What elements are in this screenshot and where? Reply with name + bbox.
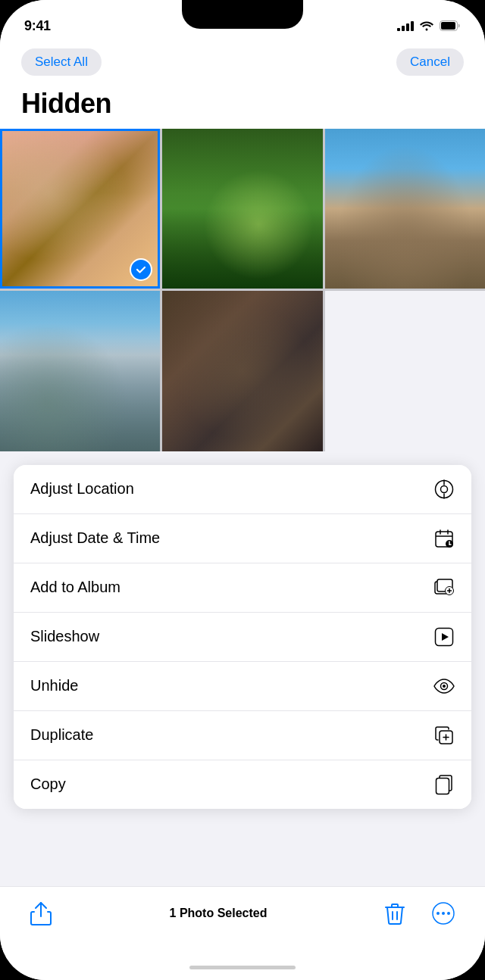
page-title: Hidden [21, 88, 464, 120]
eye-icon [433, 676, 455, 697]
play-icon [433, 626, 455, 648]
menu-item-add-to-album[interactable]: Add to Album [14, 563, 471, 613]
menu-item-label: Add to Album [30, 579, 120, 596]
share-button[interactable] [24, 895, 58, 932]
gray-background-area: Adjust Location Adjust Date & Time [0, 451, 485, 886]
cancel-button[interactable]: Cancel [396, 48, 464, 76]
svg-point-21 [443, 685, 446, 688]
menu-item-unhide[interactable]: Unhide [14, 662, 471, 711]
location-icon [433, 479, 455, 500]
menu-item-duplicate[interactable]: Duplicate [14, 711, 471, 760]
menu-item-label: Duplicate [30, 726, 93, 744]
photo-cell[interactable] [0, 291, 160, 451]
phone-frame: 9:41 Select All Can [0, 0, 485, 980]
trash-icon [385, 902, 405, 925]
page-title-section: Hidden [0, 85, 485, 129]
selection-count-text: 1 Photo Selected [170, 907, 268, 920]
status-icons [397, 20, 461, 31]
wifi-icon [420, 20, 433, 31]
svg-point-30 [442, 912, 445, 915]
svg-marker-19 [442, 633, 449, 641]
menu-item-adjust-date-time[interactable]: Adjust Date & Time [14, 514, 471, 563]
notch [182, 0, 303, 29]
more-button[interactable] [426, 896, 461, 931]
home-indicator [0, 954, 485, 980]
top-action-bar: Select All Cancel [0, 41, 485, 85]
signal-icon [397, 20, 414, 31]
svg-point-3 [441, 485, 448, 492]
share-icon [30, 901, 52, 925]
menu-item-slideshow[interactable]: Slideshow [14, 613, 471, 662]
bottom-toolbar: 1 Photo Selected [0, 886, 485, 954]
menu-item-label: Copy [30, 776, 66, 793]
select-all-button[interactable]: Select All [21, 48, 102, 76]
album-icon [433, 577, 455, 598]
copy-icon [433, 774, 455, 795]
menu-item-label: Adjust Location [30, 480, 134, 498]
menu-item-label: Adjust Date & Time [30, 529, 160, 547]
photo-cell[interactable] [0, 129, 160, 289]
battery-icon [440, 20, 461, 31]
photo-cell-empty [325, 291, 485, 451]
menu-item-adjust-location[interactable]: Adjust Location [14, 465, 471, 514]
home-bar [189, 966, 296, 969]
svg-rect-1 [441, 22, 455, 30]
photo-cell[interactable] [162, 291, 322, 451]
context-menu: Adjust Location Adjust Date & Time [14, 465, 471, 809]
menu-item-copy[interactable]: Copy [14, 760, 471, 809]
calendar-icon [433, 528, 455, 549]
selection-checkmark [130, 258, 152, 281]
more-icon [432, 902, 455, 925]
duplicate-icon [433, 725, 455, 746]
delete-button[interactable] [379, 896, 411, 931]
status-time: 9:41 [24, 18, 51, 34]
menu-item-label: Unhide [30, 677, 78, 694]
photo-grid [0, 129, 485, 451]
svg-point-29 [436, 912, 440, 915]
svg-point-31 [447, 912, 450, 915]
photo-cell[interactable] [325, 129, 485, 289]
menu-item-label: Slideshow [30, 628, 99, 645]
photo-cell[interactable] [162, 129, 322, 289]
svg-rect-25 [436, 778, 449, 794]
